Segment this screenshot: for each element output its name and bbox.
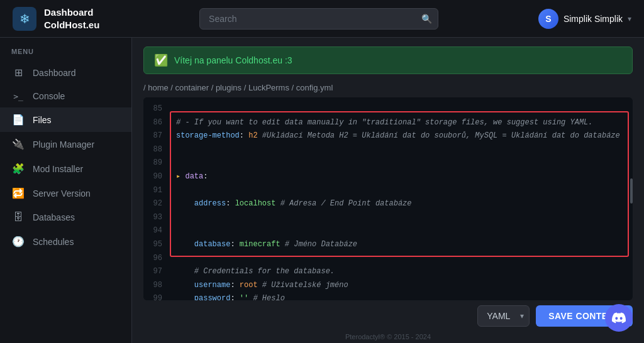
discord-icon [612, 311, 626, 325]
plugin-icon: 🔌 [11, 138, 25, 150]
brand-area: ❄ Dashboard ColdHost.eu [13, 6, 99, 31]
console-icon: >_ [11, 92, 25, 101]
search-wrap: 🔍 [199, 8, 438, 30]
mod-icon: 🧩 [11, 163, 25, 175]
sidebar-item-dashboard[interactable]: ⊞ Dashboard [0, 60, 131, 85]
user-name: Simplik Simplik [564, 14, 623, 24]
databases-icon: 🗄 [11, 212, 25, 223]
scrollbar-thumb [630, 178, 633, 204]
menu-label: MENU [0, 48, 131, 60]
banner-message: Vítej na panelu Coldhost.eu :3 [174, 55, 292, 65]
sidebar-item-plugin-manager[interactable]: 🔌 Plugin Manager [0, 132, 131, 156]
files-icon: 📄 [11, 114, 25, 126]
search-input[interactable] [199, 8, 438, 30]
format-select[interactable]: YAML JSON TOML [477, 305, 530, 327]
line-numbers: 85 86 87 88 89 90 91 92 93 94 95 96 97 9… [143, 97, 169, 300]
sidebar-item-schedules[interactable]: 🕐 Schedules [0, 229, 131, 254]
dashboard-icon: ⊞ [11, 67, 25, 79]
search-icon: 🔍 [421, 14, 432, 24]
sidebar-item-databases[interactable]: 🗄 Databases [0, 205, 131, 229]
code-editor[interactable]: 85 86 87 88 89 90 91 92 93 94 95 96 97 9… [143, 97, 633, 300]
sidebar-item-server-version[interactable]: 🔁 Server Version [0, 181, 131, 205]
sidebar-item-console[interactable]: >_ Console [0, 85, 131, 107]
main-content: ✅ Vítej na panelu Coldhost.eu :3 / home … [132, 38, 644, 343]
server-version-icon: 🔁 [11, 187, 25, 199]
schedules-icon: 🕐 [11, 236, 25, 248]
code-text[interactable]: # - If you want to edit data manually in… [169, 97, 633, 300]
chevron-down-icon: ▾ [628, 14, 631, 23]
success-banner: ✅ Vítej na panelu Coldhost.eu :3 [143, 46, 633, 74]
layout: MENU ⊞ Dashboard >_ Console 📄 Files 🔌 Pl… [0, 38, 644, 343]
footer-bar: YAML JSON TOML ▾ SAVE CONTENT [132, 300, 644, 333]
brand-title: Dashboard ColdHost.eu [44, 6, 99, 31]
header: ❄ Dashboard ColdHost.eu 🔍 S Simplik Simp… [0, 0, 644, 38]
user-area[interactable]: S Simplik Simplik ▾ [538, 9, 631, 29]
logo-icon: ❄ [13, 7, 36, 31]
sidebar-item-files[interactable]: 📄 Files [0, 107, 131, 132]
check-icon: ✅ [154, 53, 168, 67]
copyright: Pterodactyl® © 2015 - 2024 [132, 333, 644, 343]
sidebar: MENU ⊞ Dashboard >_ Console 📄 Files 🔌 Pl… [0, 38, 132, 343]
format-select-wrap: YAML JSON TOML ▾ [477, 305, 530, 327]
avatar: S [538, 9, 558, 29]
sidebar-item-mod-installer[interactable]: 🧩 Mod Installer [0, 156, 131, 181]
editor-area: 85 86 87 88 89 90 91 92 93 94 95 96 97 9… [143, 97, 633, 300]
discord-fab[interactable] [605, 304, 633, 332]
breadcrumb: / home / container / plugins / LuckPerms… [132, 80, 644, 97]
